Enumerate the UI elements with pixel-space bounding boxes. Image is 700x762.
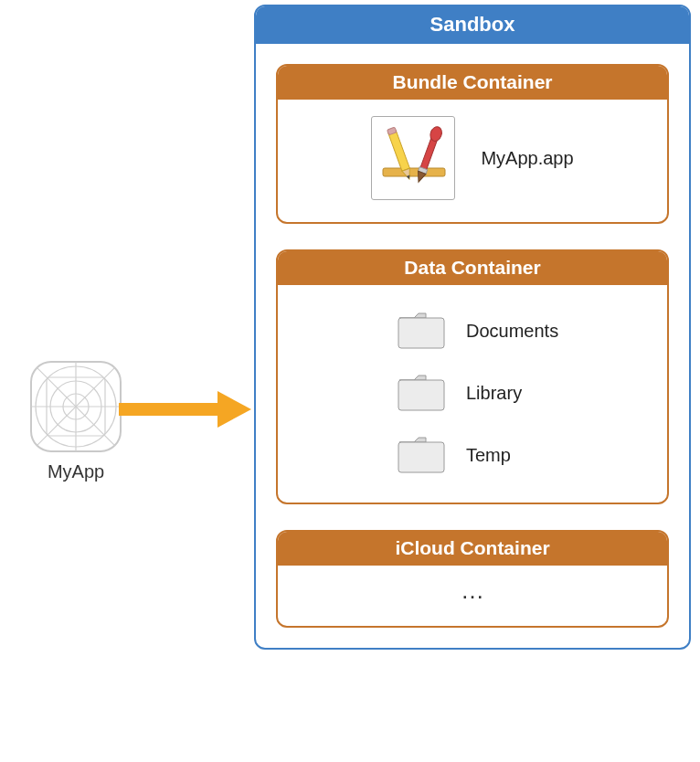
app-block: MyApp: [16, 361, 135, 482]
bundle-app-file-label: MyApp.app: [481, 148, 573, 169]
svg-rect-13: [388, 131, 410, 171]
app-bundle-icon: [371, 116, 455, 200]
folder-list: Documents Library: [296, 302, 649, 481]
arrow-icon: [119, 391, 251, 428]
bundle-container-card: Bundle Container: [276, 64, 669, 224]
folder-icon: [397, 373, 446, 413]
sandbox-body: Bundle Container: [256, 44, 689, 648]
svg-rect-12: [383, 168, 445, 176]
app-name-label: MyApp: [16, 461, 135, 482]
data-container-title: Data Container: [278, 251, 667, 285]
svg-rect-23: [398, 442, 444, 472]
folder-label: Library: [466, 383, 522, 404]
folder-row-documents: Documents: [397, 311, 649, 351]
svg-rect-10: [119, 403, 219, 416]
folder-icon: [397, 311, 446, 351]
icloud-container-card: iCloud Container …: [276, 530, 669, 628]
svg-rect-22: [398, 380, 444, 410]
diagram-canvas: MyApp Sandbox Bundle Container: [0, 0, 700, 762]
icloud-ellipsis: …: [278, 566, 667, 626]
svg-rect-21: [398, 318, 444, 348]
folder-label: Documents: [466, 321, 558, 342]
folder-row-temp: Temp: [397, 435, 649, 475]
folder-row-library: Library: [397, 373, 649, 413]
folder-icon: [397, 435, 446, 475]
data-container-card: Data Container Documents: [276, 249, 669, 504]
icloud-container-title: iCloud Container: [278, 532, 667, 566]
svg-marker-11: [217, 391, 251, 428]
sandbox-panel: Sandbox Bundle Container: [254, 5, 691, 650]
sandbox-title: Sandbox: [256, 6, 689, 44]
bundle-container-title: Bundle Container: [278, 66, 667, 100]
folder-label: Temp: [466, 445, 511, 466]
bundle-row: MyApp.app: [296, 116, 649, 200]
app-template-icon: [30, 361, 122, 452]
